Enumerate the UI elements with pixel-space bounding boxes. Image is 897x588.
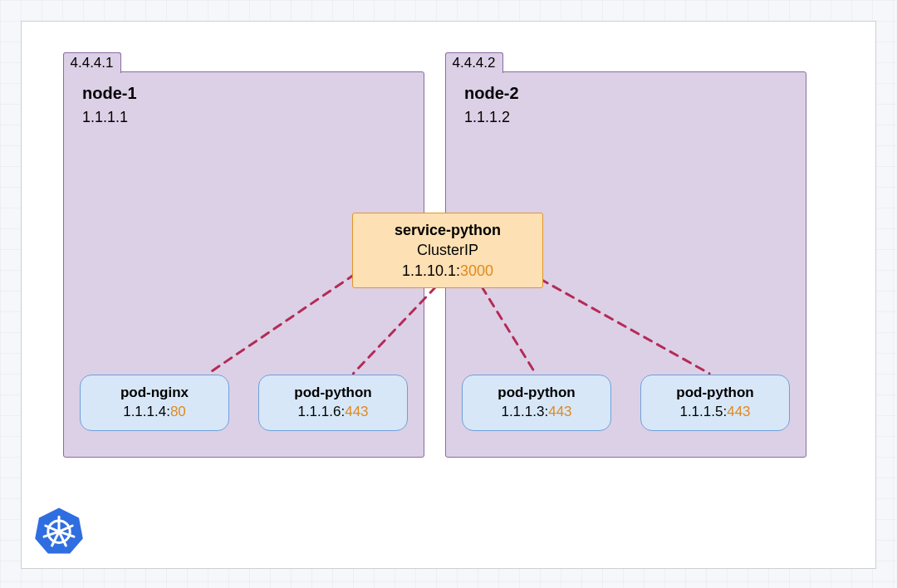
node-1-internal-ip: 1.1.1.1 (82, 109, 128, 126)
node-2-internal-ip: 1.1.1.2 (464, 109, 510, 126)
pod-python-2-name: pod-python (463, 384, 610, 403)
pod-python-1-box: pod-python 1.1.1.6:443 (258, 375, 408, 431)
service-ip: 1.1.10.1 (402, 262, 456, 279)
pod-nginx-ip: 1.1.1.4 (123, 404, 166, 419)
pod-python-3-box: pod-python 1.1.1.5:443 (640, 375, 790, 431)
service-box: service-python ClusterIP 1.1.10.1:3000 (352, 213, 543, 288)
kubernetes-logo-icon (34, 506, 84, 556)
service-name: service-python (353, 220, 542, 240)
pod-nginx-name: pod-nginx (81, 384, 228, 403)
pod-python-2-port: 443 (548, 404, 571, 419)
pod-python-2-address: 1.1.1.3:443 (463, 403, 610, 422)
pod-python-1-name: pod-python (259, 384, 407, 403)
diagram-canvas: 4.4.4.1 node-1 1.1.1.1 4.4.4.2 node-2 1.… (21, 21, 876, 569)
node-1-title: node-1 (82, 84, 137, 103)
pod-python-3-name: pod-python (641, 384, 789, 403)
node-1-external-ip: 4.4.4.1 (63, 52, 121, 73)
pod-python-2-box: pod-python 1.1.1.3:443 (462, 375, 611, 431)
pod-python-2-ip: 1.1.1.3 (501, 404, 544, 419)
pod-python-1-port: 443 (345, 404, 368, 419)
pod-nginx-box: pod-nginx 1.1.1.4:80 (80, 375, 229, 431)
pod-python-3-port: 443 (727, 404, 750, 419)
service-type: ClusterIP (353, 240, 542, 260)
service-address: 1.1.10.1:3000 (353, 261, 542, 281)
pod-python-3-ip: 1.1.1.5 (679, 404, 723, 419)
pod-python-1-ip: 1.1.1.6 (297, 404, 341, 419)
pod-nginx-port: 80 (170, 404, 186, 419)
pod-python-3-address: 1.1.1.5:443 (641, 403, 789, 422)
node-2-external-ip: 4.4.4.2 (445, 52, 503, 73)
pod-nginx-address: 1.1.1.4:80 (81, 403, 228, 422)
pod-python-1-address: 1.1.1.6:443 (259, 403, 407, 422)
node-2-title: node-2 (464, 84, 519, 103)
service-port: 3000 (460, 262, 493, 279)
